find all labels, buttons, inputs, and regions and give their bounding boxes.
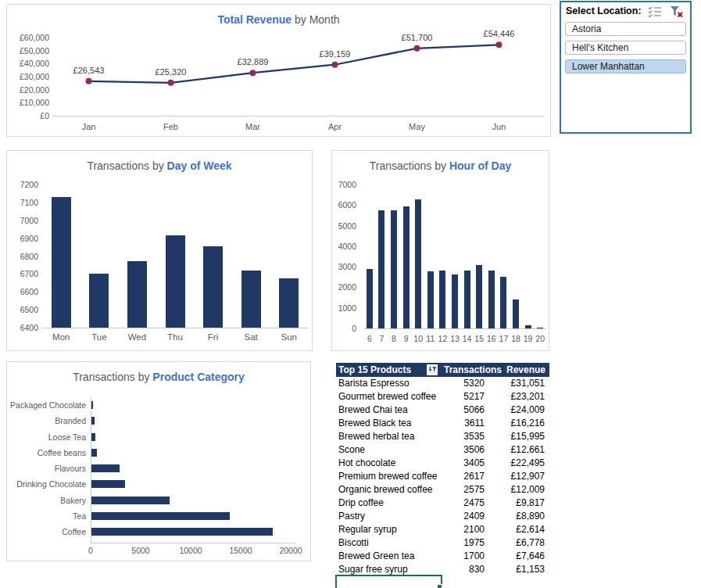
product-cell: Gourmet brewed coffee: [336, 390, 441, 403]
revenue-cell: £22,495: [485, 457, 547, 470]
x-axis-tick: 15: [473, 334, 485, 343]
bar-12: [439, 271, 445, 328]
table-row: Brewed Green tea1700£7,646: [336, 550, 549, 563]
hour-chart-plot: 7000600050004000300020001000067891011121…: [332, 151, 549, 350]
y-axis-tick: 0: [332, 324, 356, 333]
transactions-cell: 1700: [441, 550, 485, 563]
revenue-cell: £8,890: [485, 510, 547, 523]
table-header-products-label: Top 15 Products: [338, 364, 411, 375]
x-axis-tick: Thu: [156, 332, 195, 342]
transactions-cell: 5320: [441, 377, 485, 390]
transactions-cell: 2575: [441, 483, 485, 497]
bar-8: [391, 210, 397, 328]
bar-Loose Tea: [91, 433, 95, 441]
bar-Bakery: [91, 497, 170, 504]
product-cell: Premium brewed coffee: [336, 470, 441, 483]
svg-text:£26,543: £26,543: [73, 66, 105, 75]
transactions-cell: 2100: [441, 523, 485, 536]
svg-text:£54,446: £54,446: [484, 29, 515, 38]
clear-filter-icon[interactable]: [670, 5, 684, 18]
slicer-item[interactable]: Lower Manhattan: [565, 59, 686, 74]
transactions-cell: 3535: [441, 430, 485, 443]
table-header-transactions: Transactions: [441, 363, 500, 377]
revenue-cell: £24,009: [485, 403, 547, 417]
bar-Tue: [89, 274, 109, 328]
x-axis-tick: 5000: [121, 546, 160, 555]
table-row: Pastry2409£8,890: [336, 510, 549, 523]
transactions-cell: 3506: [441, 443, 485, 457]
active-cell-selection: [335, 575, 442, 588]
x-axis-tick: 0: [71, 546, 110, 555]
table-row: Regular syrup2100£2,614: [336, 523, 549, 536]
transactions-cell: 3611: [441, 417, 485, 430]
transactions-cell: 5066: [441, 403, 485, 417]
fill-handle[interactable]: [437, 584, 442, 588]
table-header-revenue: Revenue: [500, 363, 547, 377]
bar-18: [513, 299, 519, 328]
x-axis-tick: 11: [424, 334, 437, 343]
slicer-header: Select Location:: [561, 2, 690, 20]
x-axis-tick: Wed: [118, 332, 156, 342]
y-axis-tick: 6000: [332, 200, 356, 210]
product-cell: Brewed Black tea: [336, 417, 441, 430]
bar-Branded: [91, 417, 95, 425]
revenue-cell: £12,907: [485, 470, 547, 483]
x-axis-tick: Tue: [80, 332, 119, 342]
table-row: Biscotti1975£6,778: [336, 536, 549, 550]
x-axis-tick: Fri: [194, 332, 232, 342]
y-axis-tick: 5000: [332, 221, 356, 231]
y-axis-tick: 6500: [7, 305, 38, 314]
bar-11: [427, 271, 434, 328]
category-label: Packaged Chocolate: [7, 400, 86, 410]
bar-20: [537, 328, 543, 328]
transactions-cell: 3405: [441, 457, 485, 470]
y-axis-tick: 2000: [332, 282, 356, 292]
x-axis-tick: Sun: [270, 332, 308, 342]
transactions-cell: 5217: [441, 390, 485, 403]
x-axis-line: [363, 328, 546, 329]
table-row: Drip coffee2475£9,817: [336, 497, 549, 510]
y-axis-tick: 4000: [332, 242, 356, 251]
bar-Flavours: [91, 464, 120, 472]
bar-Coffee beans: [91, 449, 97, 457]
location-slicer: Select Location: AstoriaHell's KitchenLo…: [560, 1, 692, 134]
revenue-cell: £6,778: [485, 536, 547, 550]
bar-Coffee: [91, 528, 273, 536]
slicer-item[interactable]: Astoria: [565, 22, 686, 36]
x-axis-tick: 10000: [171, 546, 210, 555]
y-axis-tick: 7200: [7, 180, 38, 189]
product-cell: Pastry: [336, 510, 441, 523]
bar-Thu: [166, 235, 185, 328]
y-axis-tick: 6800: [7, 252, 38, 261]
product-cell: Brewed Chai tea: [336, 403, 441, 417]
transactions-cell: 1975: [441, 536, 485, 550]
y-axis-tick: 6600: [7, 287, 38, 296]
hour-of-day-chart-panel: Transactions by Hour of Day 700060005000…: [331, 150, 549, 351]
y-axis-tick: 7100: [7, 198, 38, 207]
multi-select-icon[interactable]: [648, 5, 662, 18]
table-row: Gourmet brewed coffee5217£23,201: [336, 390, 549, 403]
bar-17: [500, 277, 506, 328]
bar-14: [464, 271, 470, 328]
transactions-cell: 830: [441, 563, 485, 576]
category-label: Loose Tea: [7, 432, 86, 442]
bar-Drinking Chocolate: [91, 480, 125, 488]
revenue-cell: £31,051: [485, 377, 547, 390]
table-row: Brewed Chai tea5066£24,009: [336, 403, 549, 417]
svg-text:£25,320: £25,320: [156, 67, 187, 77]
bar-6: [367, 269, 373, 328]
x-axis-tick: 12: [437, 334, 449, 343]
x-axis-tick: Sat: [232, 332, 270, 342]
bar-13: [452, 274, 458, 328]
svg-text:£51,700: £51,700: [402, 33, 433, 42]
sort-filter-icon[interactable]: [427, 364, 438, 375]
slicer-item[interactable]: Hell's Kitchen: [565, 41, 686, 55]
x-axis-tick: 16: [485, 334, 498, 343]
bar-Sun: [279, 278, 299, 328]
y-axis-tick: 6700: [7, 269, 38, 278]
revenue-cell: £7,646: [485, 550, 547, 563]
bar-19: [525, 325, 531, 328]
table-header-products: Top 15 Products: [336, 363, 441, 377]
product-cell: Biscotti: [336, 536, 441, 550]
transactions-cell: 2475: [441, 497, 485, 510]
